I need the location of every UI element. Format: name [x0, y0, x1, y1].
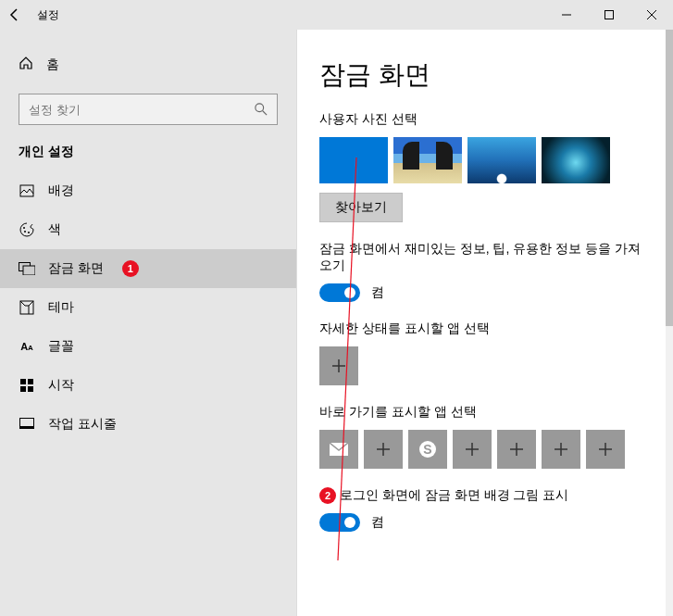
- quick-app-row: S: [319, 430, 651, 469]
- tips-toggle-row: 켬: [319, 283, 651, 302]
- quick-app-skype[interactable]: S: [408, 430, 447, 469]
- skype-icon: S: [418, 439, 438, 459]
- photo-thumbnails: [319, 137, 651, 183]
- window-buttons: [545, 0, 673, 30]
- svg-rect-16: [28, 386, 33, 392]
- palette-icon: [19, 221, 35, 238]
- browse-button[interactable]: 찾아보기: [319, 193, 403, 222]
- content-area: 잠금 화면 사용자 사진 선택 찾아보기 잠금 화면에서 재미있는 정보, 팁,…: [296, 30, 673, 616]
- svg-text:S: S: [423, 442, 431, 457]
- svg-rect-13: [20, 379, 26, 384]
- quick-app-add-3[interactable]: [497, 430, 536, 469]
- home-label: 홈: [46, 57, 59, 73]
- annotation-badge-2: 2: [319, 487, 336, 504]
- tips-toggle-state: 켬: [371, 284, 384, 301]
- close-icon: [647, 10, 656, 19]
- sidebar-item-label: 글꼴: [48, 338, 74, 355]
- plus-icon: [464, 441, 480, 458]
- sidebar-item-taskbar[interactable]: 작업 표시줄: [0, 405, 296, 444]
- titlebar: 설정: [0, 0, 673, 30]
- plus-icon: [597, 441, 614, 458]
- maximize-button[interactable]: [588, 0, 630, 30]
- quick-app-add-1[interactable]: [364, 430, 403, 469]
- back-button[interactable]: [0, 0, 30, 30]
- sidebar-item-label: 색: [48, 221, 61, 238]
- quick-app-mail[interactable]: [319, 430, 358, 469]
- sidebar-item-label: 테마: [48, 299, 74, 316]
- sidebar-item-label: 잠금 화면: [48, 260, 104, 277]
- annotation-badge-1: 1: [122, 260, 139, 277]
- minimize-icon: [562, 10, 571, 19]
- thumbnail-cave[interactable]: [542, 137, 610, 183]
- svg-point-7: [23, 227, 25, 229]
- svg-rect-18: [20, 426, 34, 429]
- login-bg-toggle[interactable]: [319, 513, 360, 532]
- login-bg-toggle-row: 켬: [319, 513, 651, 532]
- quick-app-add-5[interactable]: [586, 430, 625, 469]
- search-icon: [255, 103, 268, 116]
- login-bg-row: 2 로그인 화면에 잠금 화면 배경 그림 표시: [319, 487, 651, 504]
- maximize-icon: [604, 10, 614, 19]
- settings-window: 설정 홈 개인 설정: [0, 0, 673, 616]
- sidebar: 홈 개인 설정 배경 색 잠금 화면 1 테마: [0, 30, 296, 616]
- search-input[interactable]: [29, 103, 247, 117]
- body: 홈 개인 설정 배경 색 잠금 화면 1 테마: [0, 30, 673, 616]
- quick-app-add-2[interactable]: [453, 430, 492, 469]
- taskbar-icon: [19, 416, 35, 433]
- plus-icon: [553, 441, 569, 458]
- sidebar-item-label: 작업 표시줄: [48, 416, 117, 433]
- search-box[interactable]: [19, 94, 278, 125]
- add-detail-app-button[interactable]: [319, 346, 358, 385]
- thumbnail-beach[interactable]: [393, 137, 462, 183]
- pick-photo-label: 사용자 사진 선택: [319, 111, 651, 128]
- sidebar-item-fonts[interactable]: AA 글꼴: [0, 327, 296, 366]
- mail-icon: [330, 443, 348, 456]
- plus-icon: [508, 441, 525, 458]
- sidebar-item-themes[interactable]: 테마: [0, 288, 296, 327]
- font-icon: AA: [19, 338, 35, 355]
- svg-line-5: [263, 111, 267, 115]
- svg-point-9: [28, 232, 30, 233]
- plus-icon: [375, 441, 392, 458]
- page-title: 잠금 화면: [319, 57, 651, 93]
- sidebar-item-start[interactable]: 시작: [0, 366, 296, 405]
- arrow-left-icon: [7, 7, 22, 22]
- tips-toggle[interactable]: [319, 283, 360, 302]
- plus-icon: [330, 358, 347, 374]
- login-bg-label: 로그인 화면에 잠금 화면 배경 그림 표시: [340, 487, 568, 504]
- svg-point-4: [255, 104, 264, 112]
- lockscreen-icon: [19, 260, 35, 277]
- tips-label: 잠금 화면에서 재미있는 정보, 팁, 유용한 정보 등을 가져오기: [319, 241, 651, 274]
- minimize-button[interactable]: [545, 0, 588, 30]
- login-bg-toggle-state: 켬: [371, 514, 384, 531]
- sidebar-item-colors[interactable]: 색: [0, 210, 296, 249]
- quick-app-add-4[interactable]: [542, 430, 580, 469]
- sidebar-item-label: 시작: [48, 377, 74, 394]
- section-heading: 개인 설정: [0, 144, 296, 171]
- svg-rect-15: [20, 386, 26, 392]
- svg-rect-14: [28, 379, 33, 384]
- svg-rect-11: [23, 266, 35, 275]
- sidebar-item-lockscreen[interactable]: 잠금 화면 1: [0, 249, 296, 288]
- quick-app-label: 바로 가기를 표시할 앱 선택: [319, 404, 651, 421]
- sidebar-item-background[interactable]: 배경: [0, 171, 296, 210]
- window-title: 설정: [37, 7, 59, 23]
- thumbnail-selected[interactable]: [319, 137, 388, 183]
- sidebar-item-label: 배경: [48, 182, 74, 199]
- picture-icon: [19, 182, 35, 199]
- svg-point-8: [24, 231, 26, 233]
- svg-rect-1: [605, 11, 614, 19]
- detail-app-label: 자세한 상태를 표시할 앱 선택: [319, 321, 651, 337]
- theme-icon: [19, 299, 35, 316]
- thumbnail-reef[interactable]: [467, 137, 536, 183]
- close-button[interactable]: [630, 0, 673, 30]
- home-icon: [19, 56, 33, 73]
- home-link[interactable]: 홈: [0, 48, 296, 81]
- start-icon: [19, 377, 35, 394]
- scrollbar-thumb[interactable]: [666, 30, 673, 326]
